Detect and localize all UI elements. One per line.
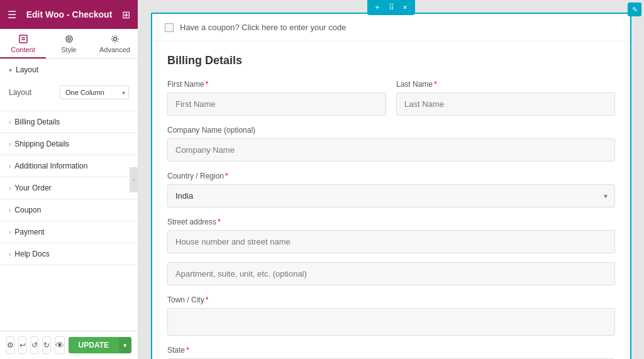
your-order-label: Your Order — [14, 184, 51, 192]
move-widget-icon[interactable]: ⠿ — [386, 3, 396, 13]
first-name-group: First Name* — [167, 80, 386, 116]
last-name-input[interactable] — [396, 92, 615, 116]
tab-style[interactable]: Style — [46, 29, 92, 58]
company-label: Company Name (optional) — [167, 126, 615, 135]
svg-point-4 — [68, 38, 70, 40]
tab-content[interactable]: Content — [0, 29, 46, 58]
layout-chevron-icon: ▾ — [9, 67, 12, 74]
country-select[interactable]: India — [167, 184, 615, 207]
street-input[interactable] — [167, 230, 615, 253]
state-group: State* Punjab — [167, 346, 615, 359]
first-name-required: * — [206, 80, 209, 89]
layout-section: ▾ Layout Layout One Column — [0, 59, 138, 111]
layout-select-wrapper: One Column — [60, 86, 129, 99]
preview-button[interactable]: 👁 — [55, 336, 65, 354]
additional-info-section: › Additional Information — [0, 155, 138, 177]
payment-label: Payment — [14, 228, 44, 236]
company-row: Company Name (optional) — [167, 126, 615, 162]
hamburger-icon[interactable]: ☰ — [8, 9, 16, 21]
close-widget-icon[interactable]: × — [400, 3, 410, 13]
widget-edit-icon[interactable]: ✎ — [628, 3, 641, 16]
tab-advanced[interactable]: Advanced — [92, 29, 138, 58]
add-widget-icon[interactable]: + — [372, 3, 382, 13]
city-group: Town / City* — [167, 295, 615, 336]
country-select-wrapper: India — [167, 184, 615, 207]
update-group: UPDATE ▾ — [69, 337, 131, 353]
street2-input[interactable] — [167, 262, 615, 285]
your-order-chevron-icon: › — [9, 185, 11, 192]
svg-point-5 — [113, 38, 116, 41]
city-required: * — [206, 295, 209, 304]
street-label: Street address* — [167, 218, 615, 226]
coupon-chevron-icon: › — [9, 207, 11, 214]
state-row: State* Punjab — [167, 346, 615, 359]
country-label: Country / Region* — [167, 172, 615, 180]
help-docs-header[interactable]: › Help Docs — [0, 243, 138, 265]
country-required: * — [225, 172, 228, 180]
update-button[interactable]: UPDATE — [69, 337, 119, 353]
additional-info-label: Additional Information — [14, 162, 87, 170]
sidebar-title: Edit Woo - Checkout — [26, 9, 113, 19]
undo-button[interactable]: ↺ — [30, 336, 38, 354]
main-canvas: + ⠿ × ✎ Have a coupon? Click here to ent… — [138, 0, 644, 359]
sidebar-header: ☰ Edit Woo - Checkout ⊞ — [0, 0, 138, 29]
additional-chevron-icon: › — [9, 163, 11, 170]
street-group: Street address* — [167, 218, 615, 285]
billing-section: Billing Details First Name* Last Name* — [152, 41, 630, 359]
coupon-header[interactable]: › Coupon — [0, 199, 138, 221]
collapse-handle[interactable]: ‹ — [130, 167, 138, 192]
coupon-checkbox[interactable] — [165, 23, 174, 32]
layout-label: Layout — [9, 88, 31, 97]
coupon-label: Coupon — [14, 206, 41, 214]
first-name-label: First Name* — [167, 80, 386, 89]
your-order-section: › Your Order — [0, 177, 138, 199]
history-button[interactable]: ↩ — [18, 336, 26, 354]
billing-details-header[interactable]: › Billing Details — [0, 111, 138, 133]
country-group: Country / Region* India — [167, 172, 615, 207]
shipping-details-label: Shipping Details — [14, 140, 69, 148]
state-required: * — [186, 346, 189, 355]
billing-details-section: › Billing Details — [0, 111, 138, 133]
help-docs-label: Help Docs — [14, 250, 49, 258]
sidebar: ☰ Edit Woo - Checkout ⊞ Content Style Ad… — [0, 0, 138, 359]
additional-info-header[interactable]: › Additional Information — [0, 155, 138, 177]
help-docs-chevron-icon: › — [9, 251, 11, 258]
payment-section: › Payment — [0, 221, 138, 243]
canvas-wrapper: + ⠿ × ✎ Have a coupon? Click here to ent… — [138, 0, 644, 359]
help-docs-section: › Help Docs — [0, 243, 138, 265]
company-group: Company Name (optional) — [167, 126, 615, 162]
redo-button[interactable]: ↻ — [42, 336, 50, 354]
name-row: First Name* Last Name* — [167, 80, 615, 116]
payment-header[interactable]: › Payment — [0, 221, 138, 243]
billing-chevron-icon: › — [9, 119, 11, 126]
sidebar-footer: ⚙ ↩ ↺ ↻ 👁 UPDATE ▾ — [0, 331, 138, 359]
shipping-details-header[interactable]: › Shipping Details — [0, 133, 138, 155]
state-label: State* — [167, 346, 615, 355]
street-row: Street address* — [167, 218, 615, 285]
coupon-section: › Coupon — [0, 199, 138, 221]
checkout-widget: Have a coupon? Click here to enter your … — [151, 13, 631, 359]
layout-select[interactable]: One Column — [60, 86, 129, 99]
last-name-label: Last Name* — [396, 80, 615, 89]
last-name-group: Last Name* — [396, 80, 615, 116]
street-required: * — [218, 218, 221, 226]
layout-section-label: Layout — [16, 65, 38, 74]
settings-button[interactable]: ⚙ — [6, 336, 14, 354]
your-order-header[interactable]: › Your Order — [0, 177, 138, 199]
shipping-details-section: › Shipping Details — [0, 133, 138, 155]
update-dropdown-button[interactable]: ▾ — [119, 337, 131, 353]
city-input[interactable] — [167, 308, 615, 336]
coupon-banner: Have a coupon? Click here to enter your … — [152, 14, 630, 41]
svg-point-3 — [66, 36, 72, 42]
widget-toolbar: + ⠿ × — [367, 0, 415, 15]
coupon-text: Have a coupon? Click here to enter your … — [180, 23, 347, 32]
layout-options: Layout One Column — [0, 80, 138, 111]
city-label: Town / City* — [167, 295, 615, 304]
first-name-input[interactable] — [167, 92, 386, 116]
sidebar-tabs: Content Style Advanced — [0, 29, 138, 59]
grid-icon[interactable]: ⊞ — [122, 9, 130, 21]
last-name-required: * — [434, 80, 437, 89]
company-input[interactable] — [167, 138, 615, 162]
layout-section-header[interactable]: ▾ Layout — [0, 59, 138, 80]
payment-chevron-icon: › — [9, 229, 11, 236]
